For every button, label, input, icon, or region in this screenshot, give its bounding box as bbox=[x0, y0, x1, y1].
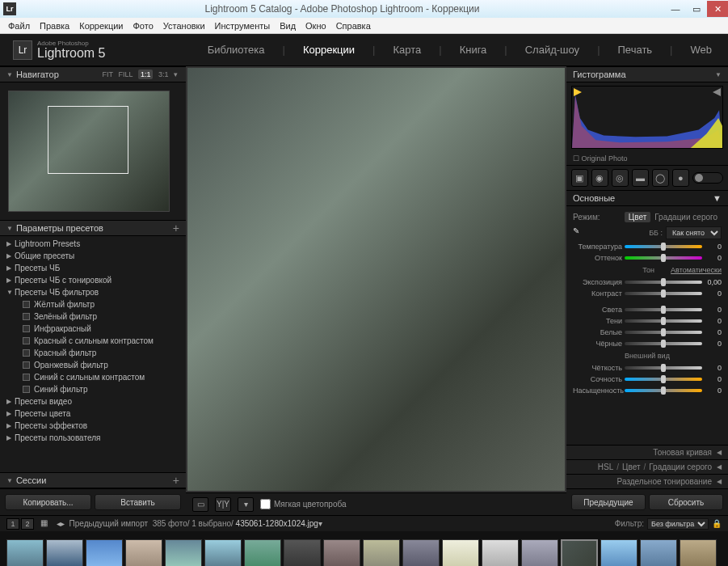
close-button[interactable]: ✕ bbox=[707, 1, 728, 17]
filmstrip-thumb[interactable] bbox=[204, 539, 242, 566]
wb-dropper-icon[interactable]: ✎ bbox=[573, 226, 586, 239]
grid-view-icon[interactable]: ▦ bbox=[40, 518, 52, 530]
whites-value[interactable]: 0 bbox=[702, 328, 722, 336]
shadows-slider[interactable] bbox=[625, 319, 702, 323]
reset-button[interactable]: Сбросить bbox=[649, 494, 723, 510]
menu-file[interactable]: Файл bbox=[3, 19, 35, 32]
blacks-slider[interactable] bbox=[625, 342, 702, 345]
filmstrip-thumb[interactable] bbox=[680, 539, 717, 566]
highlight-clip-icon[interactable] bbox=[713, 88, 721, 96]
module-develop[interactable]: Коррекции bbox=[300, 42, 358, 57]
breadcrumb[interactable]: Предыдущий импорт bbox=[69, 519, 149, 528]
module-book[interactable]: Книга bbox=[457, 42, 490, 57]
whites-slider[interactable] bbox=[625, 331, 702, 334]
menu-tools[interactable]: Инструменты bbox=[210, 19, 276, 32]
minimize-button[interactable]: — bbox=[665, 1, 686, 17]
brush-tool[interactable]: ● bbox=[672, 169, 689, 187]
preset-item[interactable]: Зелёный фильтр bbox=[0, 310, 186, 323]
histogram-chart[interactable] bbox=[571, 86, 723, 149]
crop-tool[interactable]: ▣ bbox=[571, 169, 588, 187]
tint-slider[interactable] bbox=[625, 256, 702, 260]
filmstrip-thumb[interactable] bbox=[640, 539, 677, 566]
zoom-fill[interactable]: FILL bbox=[118, 70, 133, 78]
add-preset-icon[interactable]: + bbox=[173, 222, 179, 234]
filmstrip-thumb[interactable] bbox=[86, 539, 123, 566]
highlights-slider[interactable] bbox=[625, 308, 702, 311]
treatment-gray[interactable]: Градации серого bbox=[650, 212, 722, 222]
tool-switch[interactable] bbox=[692, 172, 723, 184]
preset-folder[interactable]: ▶Пресеты эффектов bbox=[0, 420, 186, 432]
menu-edit[interactable]: Правка bbox=[35, 19, 74, 32]
contrast-slider[interactable] bbox=[625, 292, 702, 295]
saturation-value[interactable]: 0 bbox=[702, 386, 722, 395]
shadows-value[interactable]: 0 bbox=[702, 317, 722, 325]
soft-proof-checkbox[interactable] bbox=[260, 499, 271, 509]
preset-item[interactable]: Синий фильтр bbox=[0, 383, 186, 395]
presets-header[interactable]: ▼ Параметры пресетов + bbox=[0, 220, 186, 236]
vibrance-value[interactable]: 0 bbox=[702, 375, 722, 383]
filter-select[interactable]: Без фильтра bbox=[647, 518, 709, 530]
clarity-slider[interactable] bbox=[625, 366, 702, 370]
exposure-value[interactable]: 0,00 bbox=[702, 278, 722, 286]
breadcrumb-more-icon[interactable]: ▾ bbox=[318, 519, 322, 528]
copy-button[interactable]: Копировать... bbox=[5, 494, 91, 510]
redeye-tool[interactable]: ◎ bbox=[612, 169, 629, 187]
before-after-menu-icon[interactable]: ▾ bbox=[238, 497, 254, 512]
filmstrip-thumb[interactable] bbox=[521, 539, 558, 566]
exposure-slider[interactable] bbox=[625, 281, 702, 284]
filmstrip-thumb[interactable] bbox=[402, 539, 440, 566]
filmstrip-thumb[interactable] bbox=[482, 539, 519, 566]
filmstrip-thumb[interactable] bbox=[125, 539, 162, 566]
tone-curve-panel-header[interactable]: Тоновая кривая◀ bbox=[566, 445, 728, 459]
zoom-fit[interactable]: FIT bbox=[102, 70, 113, 78]
menu-photo[interactable]: Фото bbox=[128, 19, 158, 32]
menu-settings[interactable]: Установки bbox=[158, 19, 210, 32]
screen-1-button[interactable]: 1 bbox=[6, 518, 19, 530]
shadow-clip-icon[interactable] bbox=[574, 88, 582, 96]
contrast-value[interactable]: 0 bbox=[702, 289, 722, 298]
filmstrip[interactable] bbox=[0, 531, 728, 566]
main-image[interactable] bbox=[187, 68, 565, 491]
preset-item[interactable]: Красный фильтр bbox=[0, 347, 186, 359]
zoom-1-1[interactable]: 1:1 bbox=[138, 70, 154, 79]
navigator-preview[interactable] bbox=[0, 82, 186, 220]
treatment-color[interactable]: Цвет bbox=[625, 212, 650, 222]
clarity-value[interactable]: 0 bbox=[702, 364, 722, 372]
preset-item[interactable]: Синий с сильным контрастом bbox=[0, 371, 186, 383]
preset-folder[interactable]: ▼Пресеты ЧБ фильтров bbox=[0, 286, 186, 298]
screen-2-button[interactable]: 2 bbox=[21, 518, 34, 530]
add-session-icon[interactable]: + bbox=[173, 474, 179, 487]
menu-help[interactable]: Справка bbox=[331, 19, 376, 32]
module-web[interactable]: Web bbox=[688, 42, 716, 57]
gradient-tool[interactable]: ▬ bbox=[632, 169, 649, 187]
highlights-value[interactable]: 0 bbox=[702, 306, 722, 314]
menu-view[interactable]: Вид bbox=[275, 19, 301, 32]
temp-slider[interactable] bbox=[625, 245, 702, 248]
hsl-panel-header[interactable]: HSL/ Цвет/ Градации серого◀ bbox=[566, 459, 728, 474]
preset-folder[interactable]: ▶Пресеты цвета bbox=[0, 408, 186, 420]
before-after-button[interactable]: Y|Y bbox=[215, 497, 231, 512]
tint-value[interactable]: 0 bbox=[702, 254, 722, 262]
navigator-frame[interactable] bbox=[48, 106, 128, 174]
filmstrip-thumb[interactable] bbox=[244, 539, 281, 566]
preset-item[interactable]: Инфракрасный bbox=[0, 323, 186, 335]
preset-folder[interactable]: ▶Пресеты ЧБ bbox=[0, 262, 186, 274]
preset-folder[interactable]: ▶Пресеты видео bbox=[0, 395, 186, 408]
temp-value[interactable]: 0 bbox=[702, 243, 722, 251]
soft-proof-toggle[interactable]: Мягкая цветопроба bbox=[260, 499, 347, 509]
maximize-button[interactable]: ▭ bbox=[686, 1, 707, 17]
spot-tool[interactable]: ◉ bbox=[591, 169, 608, 187]
filmstrip-thumb[interactable] bbox=[6, 539, 44, 566]
filmstrip-thumb[interactable] bbox=[363, 539, 400, 566]
preset-folder[interactable]: ▶Lightroom Presets bbox=[0, 238, 186, 250]
histogram-header[interactable]: Гистограмма ▼ bbox=[566, 66, 728, 82]
auto-tone-button[interactable]: Автоматически bbox=[671, 266, 722, 274]
filmstrip-thumb[interactable] bbox=[323, 539, 360, 566]
preset-item[interactable]: Оранжевый фильтр bbox=[0, 359, 186, 371]
paste-button[interactable]: Вставить bbox=[95, 494, 181, 510]
menu-develop[interactable]: Коррекции bbox=[74, 19, 128, 32]
previous-button[interactable]: Предыдущие bbox=[571, 494, 646, 510]
filmstrip-thumb[interactable] bbox=[165, 539, 202, 566]
sessions-header[interactable]: ▼ Сессии + bbox=[0, 472, 186, 488]
radial-tool[interactable]: ◯ bbox=[652, 169, 669, 187]
